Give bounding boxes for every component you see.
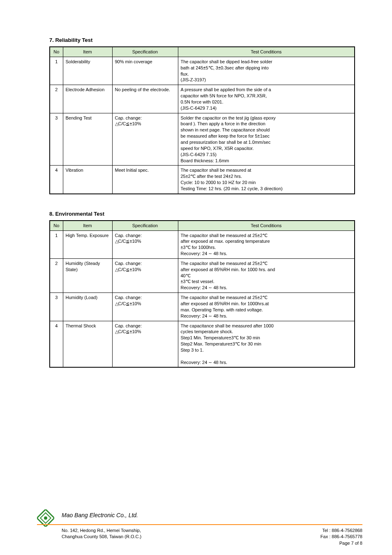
- cell-no: 2: [50, 85, 63, 113]
- section-title-reliability: 7. Reliability Test: [49, 37, 355, 43]
- cell-item: High Temp. Exposure: [63, 230, 112, 258]
- cell-spec: Cap. change: △C/C≦±10%: [112, 230, 178, 258]
- cell-no: 1: [50, 57, 63, 85]
- cell-no: 4: [50, 166, 63, 194]
- table-row: 3 Humidity (Load) Cap. change: △C/C≦±10%…: [50, 293, 355, 321]
- th-cond: Test Conditions: [178, 221, 355, 230]
- company-logo-icon: [37, 509, 54, 528]
- cell-cond: The capacitance shall be measured after …: [178, 321, 355, 367]
- table-row: 1 Solderability 90% min coverage The cap…: [50, 57, 355, 85]
- cell-no: 1: [50, 230, 63, 258]
- th-item: Item: [63, 47, 112, 57]
- th-no: No: [50, 221, 63, 230]
- cell-spec: No peeling of the electrode.: [112, 85, 178, 113]
- table-header-row: No Item Specification Test Conditions: [50, 47, 355, 57]
- cell-item: Humidity (Steady State): [63, 258, 112, 292]
- cell-item: Electrode Adhesion: [63, 85, 112, 113]
- cell-item: Humidity (Load): [63, 293, 112, 321]
- footer-divider: [37, 524, 362, 525]
- reliability-table: No Item Specification Test Conditions 1 …: [49, 46, 355, 194]
- th-spec: Specification: [112, 47, 178, 57]
- th-no: No: [50, 47, 63, 57]
- cell-spec: Cap. change: △C/C≦±10%: [112, 113, 178, 166]
- th-item: Item: [63, 221, 112, 230]
- cell-cond: Solder the capacitor on the test jig (gl…: [178, 113, 355, 166]
- table-row: 4 Vibration Meet Initial spec. The capac…: [50, 166, 355, 194]
- cell-no: 2: [50, 258, 63, 292]
- footer-addr-line2: Changhua County 508, Taiwan (R.O.C.): [62, 534, 141, 540]
- cell-item: Thermal Shock: [63, 321, 112, 367]
- cell-spec: 90% min coverage: [112, 57, 178, 85]
- cell-cond: The capacitor shall be dipped lead-free …: [178, 57, 355, 85]
- table-row: 4 Thermal Shock Cap. change: △C/C≦±10% T…: [50, 321, 355, 367]
- cell-spec: Cap. change: △C/C≦±10%: [112, 293, 178, 321]
- table-row: 3 Bending Test Cap. change: △C/C≦±10% So…: [50, 113, 355, 166]
- cell-spec: Meet Initial spec.: [112, 166, 178, 194]
- th-cond: Test Conditions: [178, 47, 355, 57]
- table-row: 1 High Temp. Exposure Cap. change: △C/C≦…: [50, 230, 355, 258]
- th-spec: Specification: [112, 221, 178, 230]
- footer: Mao Bang Electronic Co., Ltd. No. 142, H…: [0, 491, 392, 555]
- cell-item: Bending Test: [63, 113, 112, 166]
- cell-cond: The capacitor shall be measured at 25±2℃…: [178, 230, 355, 258]
- cell-no: 3: [50, 113, 63, 166]
- footer-address: No. 142, Hedong Rd., Hemei Township, Cha…: [62, 527, 141, 540]
- section-title-environmental: 8. Environmental Test: [49, 211, 355, 217]
- cell-spec: Cap. change: △C/C≦±10%: [112, 258, 178, 292]
- environmental-table: No Item Specification Test Conditions 1 …: [49, 220, 355, 368]
- cell-item: Vibration: [63, 166, 112, 194]
- cell-cond: The capacitor shall be measured at 25±2℃…: [178, 293, 355, 321]
- cell-cond: The capacitor shall be measured at 25±2℃…: [178, 258, 355, 292]
- cell-no: 3: [50, 293, 63, 321]
- footer-page-number: Page 7 of 8: [321, 540, 362, 546]
- cell-item: Solderability: [63, 57, 112, 85]
- table-row: 2 Humidity (Steady State) Cap. change: △…: [50, 258, 355, 292]
- footer-company-name: Mao Bang Electronic Co., Ltd.: [62, 512, 138, 518]
- footer-tel: Tel : 886-4-7562868: [321, 527, 362, 534]
- table-header-row: No Item Specification Test Conditions: [50, 221, 355, 230]
- footer-fax: Fax : 886-4-7565778: [321, 534, 362, 540]
- footer-addr-line1: No. 142, Hedong Rd., Hemei Township,: [62, 527, 141, 534]
- cell-cond: The capacitor shall be measured at 25±2℃…: [178, 166, 355, 194]
- cell-spec: Cap. change: △C/C≦±10%: [112, 321, 178, 367]
- cell-cond: A pressure shall be applied from the sid…: [178, 85, 355, 113]
- svg-point-2: [44, 516, 47, 520]
- footer-right-block: Tel : 886-4-7562868 Fax : 886-4-7565778 …: [321, 527, 362, 546]
- table-row: 2 Electrode Adhesion No peeling of the e…: [50, 85, 355, 113]
- cell-no: 4: [50, 321, 63, 367]
